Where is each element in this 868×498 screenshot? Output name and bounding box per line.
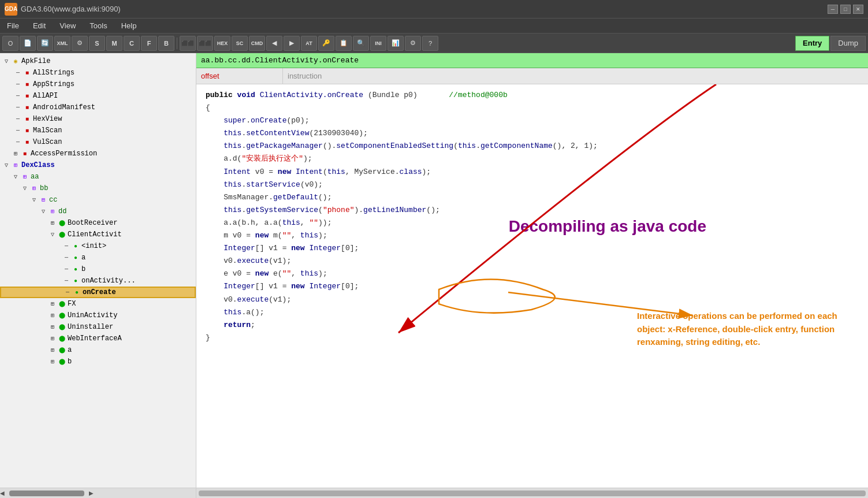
tree-item-bb[interactable]: ▽ ⊞ bb — [0, 183, 196, 194]
tree-item-uninactivity[interactable]: ⊞ ⬤ UninActivity — [0, 310, 196, 321]
tree-item-method-b[interactable]: ─ ● b — [0, 263, 196, 275]
tree-item-allstrings[interactable]: ─ ■ AllStrings — [0, 67, 196, 79]
toolbar-btn-ini[interactable]: INI — [370, 36, 386, 51]
toolbar-btn-f[interactable]: F — [141, 36, 157, 51]
tree-label-cc: cc — [49, 196, 57, 204]
toolbar-btn-refresh[interactable]: 🔄 — [37, 36, 53, 51]
tree-item-cc[interactable]: ▽ ⊞ cc — [0, 194, 196, 206]
tree-label-method-a: a — [81, 254, 85, 262]
code-line-14: Integer[] v1 = new Integer[0]; — [206, 280, 859, 293]
toolbar-btn-at[interactable]: AT — [301, 36, 317, 51]
expand-icon: ─ — [62, 277, 70, 285]
tree-item-dd[interactable]: ▽ ⊞ dd — [0, 206, 196, 217]
tree-item-malscan[interactable]: ─ ■ MalScan — [0, 125, 196, 136]
toolbar-btn-o[interactable]: O — [2, 36, 18, 51]
toolbar-btn-brk2[interactable]: ⬛⬛ — [197, 36, 213, 51]
tree-item-accesspermission[interactable]: ⊞ ■ AccessPermission — [0, 148, 196, 159]
scroll-left-icon[interactable]: ◀ — [0, 490, 5, 496]
expand-icon: ─ — [64, 288, 72, 296]
toolbar-btn-search[interactable]: 🔍 — [353, 36, 369, 51]
expand-icon-bootreceiver: ⊞ — [49, 219, 57, 227]
tree-label-allapi: AllAPI — [33, 92, 58, 100]
method-comment: //method@000b — [449, 91, 507, 99]
red-icon-accesspermission: ■ — [21, 150, 29, 158]
class-icon-bootreceiver: ⬤ — [58, 219, 66, 227]
folder-icon-bb: ⊞ — [30, 184, 38, 192]
code-line-17: return; — [206, 319, 859, 332]
tree-item-androidmanifest[interactable]: ─ ■ AndroidManifest — [0, 102, 196, 113]
code-line-2: this.setContentView(2130903040); — [206, 127, 859, 140]
scroll-right-icon[interactable]: ▶ — [89, 490, 94, 496]
tree-item-vulscan[interactable]: ─ ■ VulScan — [0, 136, 196, 148]
code-line-4: a.d("安装后执行这个"); — [206, 153, 859, 165]
toolbar-btn-settings2[interactable]: ⚙ — [405, 36, 421, 51]
toolbar-btn-c[interactable]: C — [124, 36, 140, 51]
toolbar-btn-m[interactable]: M — [106, 36, 122, 51]
tree-item-class-b[interactable]: ⊞ ⬤ b — [0, 356, 196, 367]
tree-item-appstrings[interactable]: ─ ■ AppStrings — [0, 79, 196, 90]
code-tab-label[interactable]: aa.bb.cc.dd.ClientActivity.onCreate — [201, 56, 359, 65]
dump-button[interactable]: Dump — [830, 36, 866, 51]
tree-item-method-a[interactable]: ─ ● a — [0, 252, 196, 263]
class-icon-fx: ⬤ — [58, 300, 66, 308]
toolbar-btn-question[interactable]: ? — [422, 36, 438, 51]
menu-tools[interactable]: Tools — [83, 18, 114, 33]
toolbar-btn-b[interactable]: B — [158, 36, 174, 51]
entry-button[interactable]: Entry — [795, 36, 829, 51]
tree-label-allstrings: AllStrings — [33, 69, 74, 77]
tree-item-apkfile[interactable]: ▽ ◉ ApkFile — [0, 55, 196, 67]
code-line-9: a.a(b.h, a.a(this, "")); — [206, 217, 859, 229]
code-line-10: m v0 = new m("", this); — [206, 229, 859, 242]
tree-item-bootreceiver[interactable]: ⊞ ⬤ BootReceiver — [0, 217, 196, 229]
toolbar-btn-doc[interactable]: 📋 — [336, 36, 352, 51]
menu-edit[interactable]: Edit — [26, 18, 53, 33]
class-icon-clientactivity: ⬤ — [58, 231, 66, 239]
toolbar-btn-key[interactable]: 🔑 — [318, 36, 334, 51]
tree-item-webinterface[interactable]: ⊞ ⬤ WebInterfaceA — [0, 333, 196, 344]
toolbar-btn-gear[interactable]: ⚙ — [72, 36, 88, 51]
tree-item-class-a[interactable]: ⊞ ⬤ a — [0, 344, 196, 356]
code-panel: aa.bb.cc.dd.ClientActivity.onCreate offs… — [196, 53, 868, 498]
code-line-brace-close: } — [206, 332, 859, 344]
class-icon-webinterface: ⬤ — [58, 335, 66, 343]
code-line-7: SmsManager.getDefault(); — [206, 191, 859, 204]
tree-item-oncreate[interactable]: ─ ● onCreate — [0, 287, 196, 298]
toolbar-btn-hex[interactable]: HEX — [214, 36, 230, 51]
toolbar-btn-cmd[interactable]: CMD — [249, 36, 265, 51]
code-area[interactable]: public void ClientActivity.onCreate (Bun… — [196, 84, 868, 488]
menu-file[interactable]: File — [0, 18, 26, 33]
folder-icon-cc: ⊞ — [39, 196, 47, 204]
folder-icon-dexclass: ⊞ — [12, 161, 20, 169]
tree-item-uninstaller[interactable]: ⊞ ⬤ Uninstaller — [0, 321, 196, 333]
tree-item-onactivity[interactable]: ─ ● onActivity... — [0, 275, 196, 287]
tree-item-aa[interactable]: ▽ ⊞ aa — [0, 171, 196, 183]
tree-item-init[interactable]: ─ ● <init> — [0, 240, 196, 252]
toolbar-btn-brk1[interactable]: ⬛⬛ — [180, 36, 196, 51]
toolbar-btn-s[interactable]: S — [89, 36, 105, 51]
tree-item-hexview[interactable]: ─ ■ HexView — [0, 113, 196, 125]
code-line-brace-open: { — [206, 102, 859, 114]
toolbar-btn-fwd[interactable]: ▶ — [284, 36, 300, 51]
red-icon-vulscan: ■ — [23, 138, 31, 146]
close-button[interactable]: ✕ — [853, 5, 863, 14]
tree-label-init: <init> — [81, 242, 106, 250]
tree-label-bootreceiver: BootReceiver — [68, 219, 117, 227]
tree-item-allapi[interactable]: ─ ■ AllAPI — [0, 90, 196, 102]
code-h-scrollbar[interactable] — [199, 490, 866, 496]
minimize-button[interactable]: ─ — [828, 5, 838, 14]
toolbar-btn-chart[interactable]: 📊 — [388, 36, 404, 51]
tree-item-fx[interactable]: ⊞ ⬤ FX — [0, 298, 196, 310]
sidebar-h-scrollbar[interactable] — [9, 490, 84, 496]
toolbar-btn-sc[interactable]: SC — [232, 36, 248, 51]
tree-item-clientactivity[interactable]: ▽ ⬤ ClientActivit — [0, 229, 196, 240]
maximize-button[interactable]: □ — [840, 5, 851, 14]
main-layout: ▽ ◉ ApkFile ─ ■ AllStrings ─ ■ AppString… — [0, 53, 868, 498]
toolbar-btn-file[interactable]: 📄 — [20, 36, 36, 51]
tree-item-dexclass[interactable]: ▽ ⊞ DexClass — [0, 159, 196, 171]
menu-help[interactable]: Help — [114, 18, 144, 33]
red-icon-androidmanifest: ■ — [23, 103, 31, 112]
toolbar-btn-xml[interactable]: XML — [54, 36, 70, 51]
toolbar-btn-back[interactable]: ◀ — [266, 36, 282, 51]
tree-label-appstrings: AppStrings — [33, 80, 74, 88]
menu-view[interactable]: View — [53, 18, 83, 33]
